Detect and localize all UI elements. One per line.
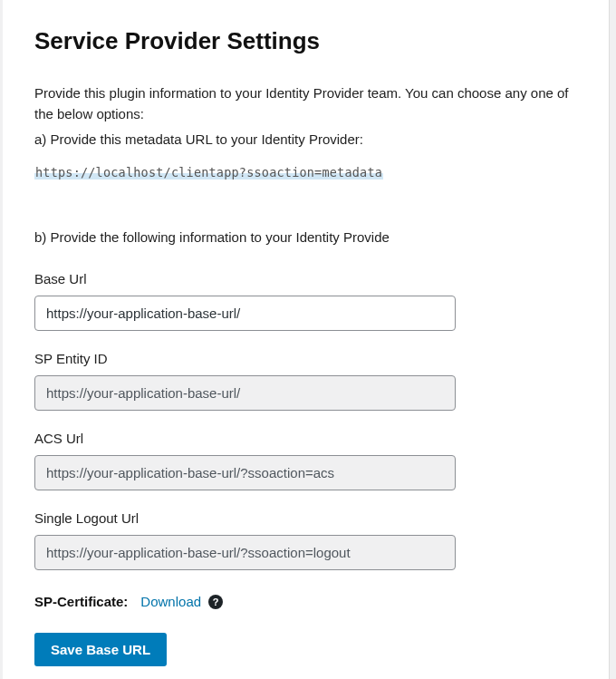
field-slo-url: Single Logout Url xyxy=(34,510,577,570)
sp-entity-id-label: SP Entity ID xyxy=(34,351,577,366)
certificate-label: SP-Certificate: xyxy=(34,594,128,609)
field-base-url: Base Url xyxy=(34,271,577,331)
page-title: Service Provider Settings xyxy=(34,27,577,55)
help-icon[interactable]: ? xyxy=(208,595,223,609)
sp-entity-id-input[interactable] xyxy=(34,375,456,411)
base-url-label: Base Url xyxy=(34,271,577,286)
option-a-text: a) Provide this metadata URL to your Ide… xyxy=(34,129,577,150)
save-base-url-button[interactable]: Save Base URL xyxy=(34,633,167,666)
slo-url-input[interactable] xyxy=(34,535,456,570)
acs-url-input[interactable] xyxy=(34,455,456,490)
settings-panel: Service Provider Settings Provide this p… xyxy=(3,0,610,679)
slo-url-label: Single Logout Url xyxy=(34,510,577,526)
field-acs-url: ACS Url xyxy=(34,431,577,490)
acs-url-label: ACS Url xyxy=(34,431,577,446)
base-url-input[interactable] xyxy=(34,296,456,331)
field-sp-entity-id: SP Entity ID xyxy=(34,351,577,411)
download-certificate-link[interactable]: Download xyxy=(140,594,201,609)
certificate-row: SP-Certificate: Download ? xyxy=(34,594,577,609)
intro-text: Provide this plugin information to your … xyxy=(34,82,577,125)
option-b-text: b) Provide the following information to … xyxy=(34,227,577,247)
metadata-url[interactable]: https://localhost/clientapp?ssoaction=me… xyxy=(34,165,383,179)
